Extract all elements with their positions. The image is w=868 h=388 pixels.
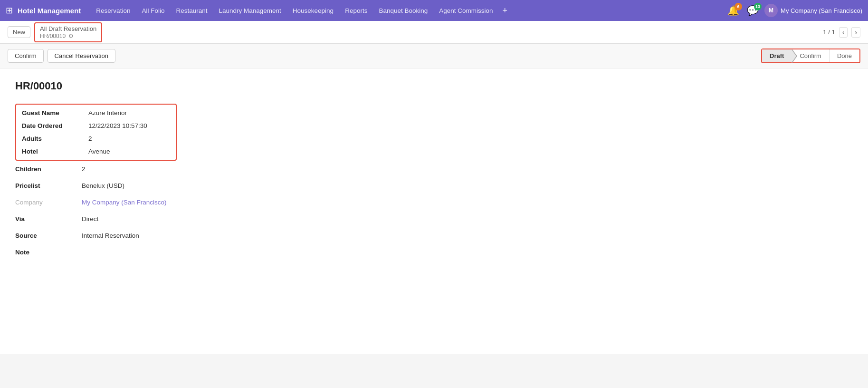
label-children: Children xyxy=(15,165,82,173)
new-button[interactable]: New xyxy=(8,26,30,38)
label-via: Via xyxy=(15,215,82,223)
company-button[interactable]: M My Company (San Francisco) xyxy=(764,4,862,17)
status-confirm[interactable]: Confirm xyxy=(792,49,830,62)
field-children: Children 2 xyxy=(15,161,300,177)
main-content: HR/00010 Guest Name Azure Interior Date … xyxy=(0,68,868,354)
status-done[interactable]: Done xyxy=(830,49,859,62)
status-draft[interactable]: Draft xyxy=(762,49,792,62)
record-id-heading: HR/00010 xyxy=(15,80,853,92)
nav-reservation[interactable]: Reservation xyxy=(90,0,136,21)
pagination-next-button[interactable]: › xyxy=(851,27,860,38)
status-pipeline: Draft Confirm Done xyxy=(761,48,860,63)
breadcrumb-sub: HR/00010 ⚙ xyxy=(40,33,96,39)
nav-reports[interactable]: Reports xyxy=(339,0,373,21)
message-icon-button[interactable]: 💬 13 xyxy=(745,5,761,16)
label-source: Source xyxy=(15,232,82,239)
action-bar: Confirm Cancel Reservation Draft Confirm… xyxy=(0,44,868,68)
field-source: Source Internal Reservation xyxy=(15,227,300,244)
form-section: Guest Name Azure Interior Date Ordered 1… xyxy=(15,104,300,261)
notification-count: 6 xyxy=(734,3,742,10)
value-children: 2 xyxy=(82,165,86,173)
label-hotel: Hotel xyxy=(22,148,88,155)
nav-laundry[interactable]: Laundry Management xyxy=(213,0,286,21)
breadcrumb-content: All Draft Reservation HR/00010 ⚙ xyxy=(34,22,102,42)
breadcrumb-title: All Draft Reservation xyxy=(40,25,96,32)
nav-housekeeping[interactable]: Housekeeping xyxy=(287,0,339,21)
nav-links: Reservation All Folio Restaurant Laundry… xyxy=(90,0,725,21)
message-count: 13 xyxy=(754,3,762,10)
label-date-ordered: Date Ordered xyxy=(22,122,88,129)
pagination-text: 1 / 1 xyxy=(823,29,835,36)
status-bar: Draft Confirm Done xyxy=(761,48,860,63)
value-pricelist: Benelux (USD) xyxy=(82,182,124,189)
field-company: Company My Company (San Francisco) xyxy=(15,194,300,211)
nav-right: 🔔 6 💬 13 M My Company (San Francisco) xyxy=(725,4,862,17)
breadcrumb-record-id: HR/00010 xyxy=(40,33,66,39)
value-via: Direct xyxy=(82,215,98,223)
label-note: Note xyxy=(15,249,82,256)
add-menu-icon[interactable]: + xyxy=(499,6,512,16)
highlighted-fields: Guest Name Azure Interior Date Ordered 1… xyxy=(15,104,177,161)
nav-agent[interactable]: Agent Commission xyxy=(433,0,498,21)
breadcrumb-pagination: 1 / 1 ‹ › xyxy=(823,27,860,38)
nav-restaurant[interactable]: Restaurant xyxy=(170,0,213,21)
grid-menu-icon[interactable]: ⊞ xyxy=(6,5,13,16)
value-source: Internal Reservation xyxy=(82,232,139,239)
notification-bell-button[interactable]: 🔔 6 xyxy=(725,5,741,16)
value-adults: 2 xyxy=(88,135,92,142)
label-guest-name: Guest Name xyxy=(22,109,88,116)
nav-all-folio[interactable]: All Folio xyxy=(136,0,170,21)
avatar: M xyxy=(764,4,778,17)
label-pricelist: Pricelist xyxy=(15,182,82,189)
field-via: Via Direct xyxy=(15,211,300,227)
field-date-ordered: Date Ordered 12/22/2023 10:57:30 xyxy=(22,119,170,132)
pagination-prev-button[interactable]: ‹ xyxy=(839,27,848,38)
company-name: My Company (San Francisco) xyxy=(781,7,862,14)
top-navigation: ⊞ Hotel Management Reservation All Folio… xyxy=(0,0,868,21)
nav-banquet[interactable]: Banquet Booking xyxy=(373,0,433,21)
value-guest-name: Azure Interior xyxy=(88,109,127,116)
field-hotel: Hotel Avenue xyxy=(22,145,170,158)
breadcrumb-bar: New All Draft Reservation HR/00010 ⚙ 1 /… xyxy=(0,21,868,44)
field-guest-name: Guest Name Azure Interior xyxy=(22,107,170,119)
label-adults: Adults xyxy=(22,135,88,142)
field-note: Note xyxy=(15,244,300,261)
cancel-reservation-button[interactable]: Cancel Reservation xyxy=(48,49,115,63)
field-pricelist: Pricelist Benelux (USD) xyxy=(15,177,300,194)
field-adults: Adults 2 xyxy=(22,132,170,145)
label-company: Company xyxy=(15,199,82,206)
value-date-ordered: 12/22/2023 10:57:30 xyxy=(88,122,147,129)
value-hotel: Avenue xyxy=(88,148,110,155)
confirm-button[interactable]: Confirm xyxy=(8,49,44,63)
brand-name: Hotel Management xyxy=(18,7,81,15)
gear-icon[interactable]: ⚙ xyxy=(68,33,74,39)
value-company[interactable]: My Company (San Francisco) xyxy=(82,199,167,206)
